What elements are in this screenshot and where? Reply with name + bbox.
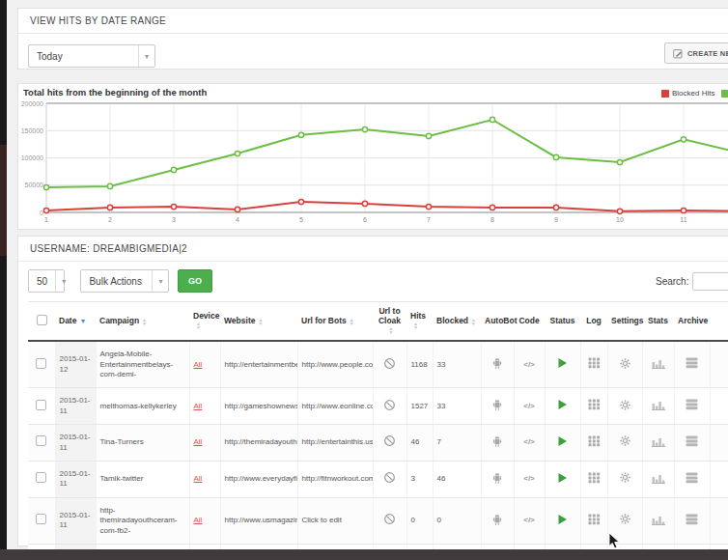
- column-header-website[interactable]: Website▲▼: [220, 302, 297, 342]
- cell-date: 2015-01-11: [55, 388, 96, 425]
- code-icon[interactable]: </>: [523, 437, 535, 446]
- code-icon[interactable]: </>: [523, 516, 535, 524]
- bar-chart-icon[interactable]: [652, 514, 665, 525]
- bar-chart-icon[interactable]: [652, 435, 665, 447]
- cell-stats: [642, 388, 674, 425]
- cell-autobot: [481, 425, 514, 462]
- svg-text:8: 8: [490, 216, 494, 223]
- calendar-grid-icon[interactable]: [588, 472, 601, 484]
- cell-stats: [642, 497, 674, 544]
- android-robot-icon[interactable]: [490, 434, 504, 448]
- android-robot-icon[interactable]: [490, 471, 504, 485]
- column-label: Device: [193, 311, 219, 321]
- table-row: 2015-01-11melthomas-kellykerleyAllhttp:/…: [28, 388, 728, 425]
- cell-extra: [710, 497, 728, 544]
- cell-blocked: 46: [433, 462, 481, 498]
- search-label: Search:: [656, 276, 688, 287]
- archive-icon[interactable]: [686, 399, 698, 410]
- bulk-actions-value: Bulk Actions: [89, 276, 141, 287]
- android-robot-icon[interactable]: [490, 513, 504, 526]
- calendar-grid-icon[interactable]: [588, 435, 601, 447]
- row-checkbox[interactable]: [36, 472, 46, 483]
- row-checkbox[interactable]: [36, 400, 46, 410]
- bar-chart-icon[interactable]: [652, 357, 665, 369]
- select-all-checkbox[interactable]: [37, 315, 47, 325]
- device-link[interactable]: All: [194, 516, 203, 524]
- archive-icon[interactable]: [686, 514, 698, 525]
- cell-archive: [674, 388, 710, 425]
- android-robot-icon[interactable]: [490, 356, 504, 370]
- column-header-date[interactable]: Date▼: [55, 302, 96, 342]
- create-campaign-button[interactable]: CREATE NEW CAMPAIGN: [664, 42, 728, 64]
- table-header-row: Date▼Campaign▲▼Device▲▼Website▲▼Url for …: [28, 302, 728, 342]
- svg-text:5: 5: [299, 216, 303, 223]
- code-icon[interactable]: </>: [523, 360, 535, 369]
- play-icon[interactable]: [557, 472, 568, 484]
- archive-icon[interactable]: [686, 435, 698, 447]
- column-header-url_to_cloak[interactable]: Url to Cloak▲▼: [373, 302, 406, 342]
- chevron-down-icon: ▾: [152, 270, 168, 292]
- hits-line-chart: 050000100000150000200000123456789101112: [18, 101, 728, 229]
- cell-status: [545, 497, 580, 544]
- device-link[interactable]: All: [194, 437, 203, 446]
- calendar-grid-icon[interactable]: [588, 514, 601, 525]
- gear-icon[interactable]: [619, 399, 631, 411]
- cell-settings: [607, 425, 642, 462]
- svg-text:2: 2: [108, 216, 112, 223]
- device-link[interactable]: All: [194, 360, 203, 369]
- play-icon[interactable]: [557, 399, 568, 410]
- page-size-select[interactable]: 50 ▾: [28, 269, 65, 293]
- cell-url_to_cloak: [373, 462, 406, 498]
- code-icon[interactable]: </>: [523, 402, 535, 410]
- svg-text:3: 3: [172, 216, 176, 223]
- calendar-grid-icon[interactable]: [588, 357, 601, 369]
- ban-circle-icon[interactable]: [383, 434, 396, 447]
- archive-icon[interactable]: [686, 472, 698, 484]
- bar-chart-icon[interactable]: [652, 472, 665, 484]
- ban-circle-icon[interactable]: [383, 513, 396, 525]
- cell-blocked: 7: [433, 425, 481, 462]
- gear-icon[interactable]: [619, 471, 631, 484]
- cell-stats: [642, 425, 674, 462]
- row-checkbox[interactable]: [36, 358, 46, 369]
- ban-circle-icon[interactable]: [383, 357, 396, 370]
- row-checkbox[interactable]: [36, 435, 46, 446]
- svg-text:7: 7: [427, 216, 431, 223]
- bots-url: http://entertainthis.usatod...: [302, 437, 374, 446]
- column-header-blocked[interactable]: Blocked▲▼: [433, 302, 481, 342]
- search-input[interactable]: [692, 272, 728, 291]
- website-url: http://entertainmentbelays...: [225, 360, 298, 369]
- cell-url_to_cloak: [373, 388, 406, 425]
- date-range-select[interactable]: Today ▾: [28, 44, 155, 68]
- code-icon[interactable]: </>: [523, 474, 535, 483]
- calendar-grid-icon[interactable]: [588, 399, 601, 410]
- go-button[interactable]: GO: [178, 269, 212, 293]
- gear-icon[interactable]: [619, 434, 631, 447]
- cell-extra: [710, 341, 728, 388]
- row-checkbox[interactable]: [36, 514, 46, 524]
- sort-icon: ▲▼: [350, 318, 354, 325]
- cell-status: [545, 341, 580, 388]
- column-header-hits[interactable]: Hits▲▼: [406, 302, 433, 342]
- cell-extra: [710, 425, 728, 462]
- bulk-actions-select[interactable]: Bulk Actions ▾: [80, 269, 169, 293]
- gear-icon[interactable]: [619, 357, 631, 370]
- ban-circle-icon[interactable]: [383, 471, 396, 484]
- play-icon[interactable]: [557, 357, 568, 369]
- column-header-campaign[interactable]: Campaign▲▼: [96, 302, 189, 342]
- play-icon[interactable]: [557, 435, 568, 447]
- column-header-device[interactable]: Device▲▼: [189, 302, 220, 342]
- device-link[interactable]: All: [194, 474, 203, 483]
- bar-chart-icon[interactable]: [652, 399, 665, 410]
- ban-circle-icon[interactable]: [383, 399, 396, 411]
- gear-icon[interactable]: [619, 513, 631, 525]
- android-robot-icon[interactable]: [490, 398, 504, 411]
- archive-icon[interactable]: [686, 357, 698, 369]
- bots-url[interactable]: Click to edit: [302, 516, 342, 524]
- create-campaign-label: CREATE NEW CAMPAIGN: [687, 49, 728, 58]
- device-link[interactable]: All: [194, 402, 203, 410]
- cell-device: All: [189, 462, 220, 498]
- bots-url: http://www.eonline.com/n...: [302, 402, 374, 410]
- play-icon[interactable]: [557, 514, 568, 525]
- column-header-url_for_bots[interactable]: Url for Bots▲▼: [297, 302, 373, 342]
